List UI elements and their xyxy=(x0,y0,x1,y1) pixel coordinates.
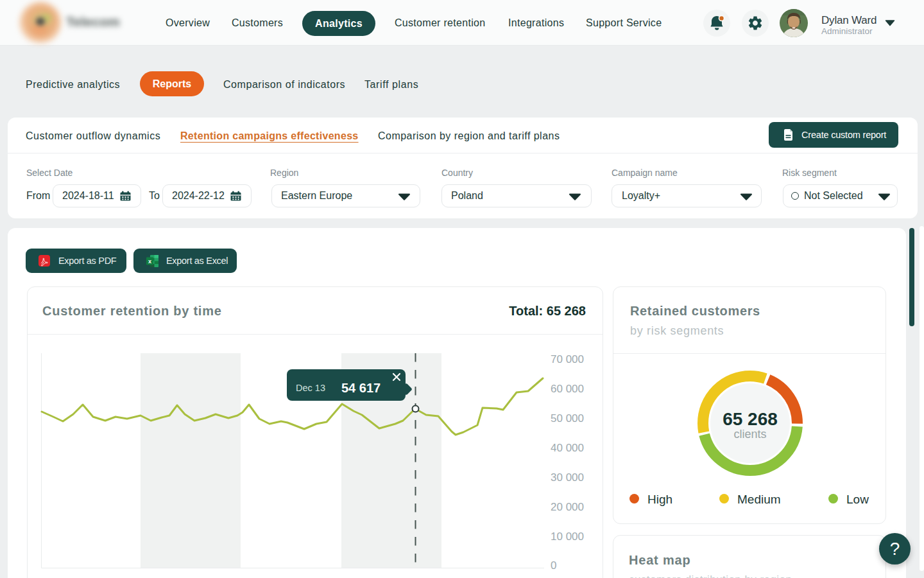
svg-text:20 000: 20 000 xyxy=(551,501,584,513)
svg-text:10 000: 10 000 xyxy=(551,530,584,543)
svg-text:30 000: 30 000 xyxy=(551,471,584,484)
svg-text:0: 0 xyxy=(551,559,556,572)
svg-text:x: x xyxy=(148,258,151,265)
svg-text:clients: clients xyxy=(733,428,766,441)
svg-text:40 000: 40 000 xyxy=(551,442,584,454)
svg-text:70 000: 70 000 xyxy=(551,353,584,365)
svg-text:65 268: 65 268 xyxy=(723,409,778,429)
svg-text:60 000: 60 000 xyxy=(551,383,584,395)
svg-text:50 000: 50 000 xyxy=(551,412,584,425)
